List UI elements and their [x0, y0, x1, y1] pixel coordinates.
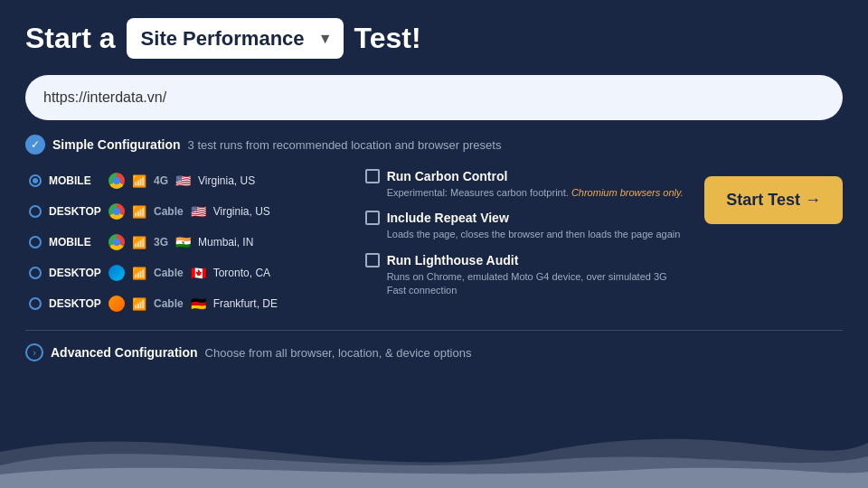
option-lighthouse: Run Lighthouse Audit Runs on Chrome, emu…: [365, 253, 687, 298]
edge-icon-4: [108, 265, 125, 281]
browser-row[interactable]: DESKTOP 📶 Cable 🇺🇸 Virginia, US: [25, 198, 347, 225]
radio-dot-4[interactable]: [29, 267, 42, 279]
option-label-repeat: Include Repeat View: [387, 211, 509, 225]
flag-3: 🇮🇳: [175, 235, 191, 249]
browser-list: MOBILE 📶 4G 🇺🇸 Virginia, US DESKTOP 📶 Ca…: [25, 167, 347, 317]
chrome-icon-1: [108, 173, 125, 189]
simple-config-subtitle: 3 test runs from recommended location an…: [188, 138, 502, 152]
option-row-3: Run Lighthouse Audit: [365, 253, 687, 267]
option-row-2: Include Repeat View: [365, 211, 687, 225]
option-desc-carbon: Experimental: Measures carbon footprint.…: [365, 186, 687, 200]
options-panel: Run Carbon Control Experimental: Measure…: [365, 167, 687, 317]
main-container: Start a Site Performance Traceroute API …: [0, 0, 868, 380]
flag-5: 🇩🇪: [191, 296, 206, 311]
signal-icon-4: 📶: [132, 267, 146, 280]
start-test-button[interactable]: Start Test →: [704, 176, 843, 224]
content-grid: MOBILE 📶 4G 🇺🇸 Virginia, US DESKTOP 📶 Ca…: [25, 167, 843, 317]
radio-dot-1[interactable]: [29, 174, 42, 187]
option-row-1: Run Carbon Control: [365, 169, 687, 183]
firefox-icon-5: [108, 296, 125, 312]
signal-icon-1: 📶: [132, 174, 146, 188]
chrome-icon-3: [108, 234, 125, 250]
browser-row[interactable]: DESKTOP 📶 Cable 🇨🇦 Toronto, CA: [25, 259, 347, 286]
browser-row[interactable]: MOBILE 📶 4G 🇺🇸 Virginia, US: [25, 167, 347, 194]
option-label-lighthouse: Run Lighthouse Audit: [387, 253, 519, 267]
simple-config-title: Simple Configuration: [52, 137, 181, 152]
signal-icon-5: 📶: [132, 297, 146, 311]
connection-1: 4G: [154, 174, 168, 187]
wave-container: [0, 416, 868, 488]
radio-dot-2[interactable]: [29, 205, 42, 218]
device-label-2: DESKTOP: [49, 205, 101, 218]
device-label-1: MOBILE: [49, 174, 101, 187]
connection-3: 3G: [154, 236, 168, 249]
header-prefix: Start a: [25, 22, 116, 55]
connection-5: Cable: [154, 297, 184, 310]
option-desc-lighthouse: Runs on Chrome, emulated Moto G4 device,…: [365, 270, 687, 298]
advanced-config-row: › Advanced Configuration Choose from all…: [25, 343, 843, 361]
connection-2: Cable: [154, 205, 184, 218]
wave-svg: [0, 416, 868, 488]
device-label-4: DESKTOP: [49, 267, 101, 279]
device-label-3: MOBILE: [49, 236, 101, 249]
test-type-dropdown-container[interactable]: Site Performance Traceroute API Monitori…: [127, 18, 344, 59]
simple-config-section: ✓ Simple Configuration 3 test runs from …: [25, 135, 843, 155]
location-3: Mumbai, IN: [198, 236, 253, 249]
browser-row[interactable]: MOBILE 📶 3G 🇮🇳 Mumbai, IN: [25, 229, 347, 256]
device-label-5: DESKTOP: [49, 297, 101, 310]
radio-dot-3[interactable]: [29, 236, 42, 249]
connection-4: Cable: [154, 267, 184, 279]
advanced-config-title: Advanced Configuration: [51, 345, 198, 360]
browser-row[interactable]: DESKTOP 📶 Cable 🇩🇪 Frankfurt, DE: [25, 290, 347, 317]
radio-dot-5[interactable]: [29, 297, 42, 310]
location-4: Toronto, CA: [213, 267, 270, 279]
header-suffix: Test!: [354, 22, 421, 55]
signal-icon-3: 📶: [132, 236, 146, 249]
chevron-right-icon[interactable]: ›: [25, 343, 43, 361]
advanced-config-subtitle: Choose from all browser, location, & dev…: [205, 346, 472, 360]
url-input[interactable]: [25, 75, 843, 120]
checkbox-lighthouse[interactable]: [365, 253, 380, 267]
location-2: Virginia, US: [213, 205, 270, 218]
test-type-select[interactable]: Site Performance Traceroute API Monitori…: [127, 18, 344, 59]
checkbox-carbon[interactable]: [365, 169, 380, 183]
option-carbon-control: Run Carbon Control Experimental: Measure…: [365, 169, 687, 200]
start-button-container: Start Test →: [704, 167, 843, 317]
flag-2: 🇺🇸: [191, 204, 206, 219]
flag-1: 🇺🇸: [175, 174, 191, 188]
chrome-icon-2: [108, 203, 125, 220]
option-desc-repeat: Loads the page, closes the browser and t…: [365, 228, 687, 241]
simple-config-icon: ✓: [25, 135, 45, 155]
location-1: Virginia, US: [198, 174, 255, 187]
option-repeat-view: Include Repeat View Loads the page, clos…: [365, 211, 687, 241]
header-row: Start a Site Performance Traceroute API …: [25, 18, 843, 59]
option-label-carbon: Run Carbon Control: [387, 169, 508, 183]
location-5: Frankfurt, DE: [213, 297, 278, 310]
signal-icon-2: 📶: [132, 205, 146, 219]
section-divider: [25, 330, 843, 331]
checkbox-repeat[interactable]: [365, 211, 380, 225]
flag-4: 🇨🇦: [191, 266, 206, 280]
